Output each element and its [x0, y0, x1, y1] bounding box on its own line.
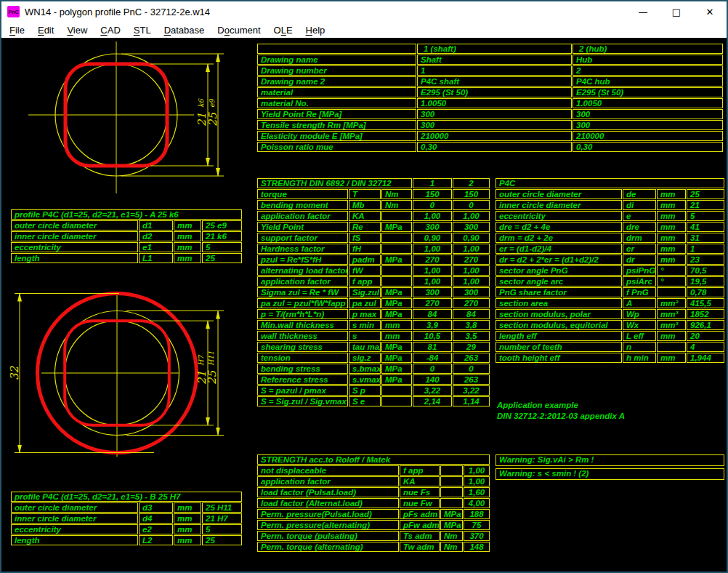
cell-symbol: pFw adm	[400, 520, 440, 530]
cell-value: 1852	[687, 309, 724, 319]
cell-label: alternating load factor	[257, 265, 348, 276]
menu-cad[interactable]: CAD	[94, 23, 126, 37]
cell-symbol: e1	[139, 242, 173, 252]
cell-value: 5	[202, 524, 242, 534]
menu-ole[interactable]: OLE	[267, 23, 299, 37]
cell-unit: mm	[174, 524, 201, 534]
cell-label: drm = d2 + 2e	[496, 233, 622, 243]
dim-tol-outer: H11	[207, 351, 215, 366]
cell-symbol: e	[623, 211, 656, 221]
menu-stl[interactable]: STL	[127, 23, 158, 37]
cell-symbol: sig.z	[349, 353, 381, 363]
cell-value-shaft: 210000	[417, 131, 572, 141]
application-example-line2: DIN 32712-2:2012-03 appendix A	[497, 411, 625, 422]
menu-file[interactable]: File	[3, 23, 31, 37]
cell-label: eccentricity	[496, 211, 622, 221]
cell-symbol: padm	[349, 255, 381, 265]
cell-value: 1	[687, 244, 724, 254]
cell-symbol: Sig.zul	[349, 287, 381, 297]
cell-value: 1,00	[464, 476, 490, 486]
cell-label: bending moment	[257, 200, 348, 210]
cell-value-hub: 210000	[573, 131, 723, 141]
cell-value: 926,1	[687, 320, 724, 330]
cell-value-shaft: 0,30	[417, 142, 572, 152]
cell-label: length eff	[496, 331, 622, 341]
warning-message-2: Warning: s < smin ! (2)	[496, 468, 724, 480]
cell-label: eccentricity	[11, 524, 138, 534]
cell-unit	[381, 265, 412, 276]
cell-unit: MPa	[381, 287, 412, 297]
cell-value-hub: 1,00	[453, 265, 490, 276]
cell-label: section modulus, equitorial	[496, 320, 622, 330]
cell-symbol: de	[623, 189, 656, 199]
application-example-line1: Application example	[497, 400, 625, 411]
cell-symbol: n	[623, 342, 656, 352]
cell-value-shaft: 3,9	[413, 320, 452, 330]
cell-unit: MPa	[440, 520, 463, 530]
minimize-button[interactable]: —	[626, 1, 660, 22]
cell-symbol: KA	[349, 211, 381, 221]
dim-tol-outer: e9	[208, 98, 216, 108]
cell-unit	[440, 476, 463, 486]
cell-value-hub: 1,00	[453, 211, 490, 221]
cell-symbol: Re	[349, 222, 381, 232]
cell-label: Yield Point	[257, 222, 348, 232]
cell-value-shaft: 3,22	[413, 385, 452, 396]
cell-label: application factor	[257, 476, 399, 486]
cell-symbol: Wp	[623, 309, 656, 319]
cell-unit: mm	[381, 320, 412, 330]
cell-value: 5	[687, 211, 724, 221]
cell-label: application factor	[257, 211, 348, 221]
column-header-2: 2	[453, 178, 490, 188]
cell-label: length	[11, 535, 138, 545]
dim-tol-inner: H7	[197, 354, 205, 366]
cell-unit	[381, 233, 412, 243]
menu-document[interactable]: Document	[211, 23, 267, 37]
roloff-table: STRENGTH acc.to Roloff / Matek not displ…	[257, 454, 490, 552]
cell-label: tooth height eff	[496, 353, 622, 363]
cell-value-shaft: 0,90	[413, 233, 452, 243]
app-icon: PnC	[7, 6, 20, 17]
cell-label: Poisson ratio mue	[257, 142, 416, 152]
cell-value-shaft: 270	[413, 298, 452, 308]
cell-value-shaft: 81	[413, 342, 452, 352]
cell-label: tension	[257, 353, 348, 363]
cell-symbol: dr	[623, 255, 656, 265]
close-button[interactable]: ✕	[693, 1, 727, 22]
menu-view[interactable]: View	[60, 23, 94, 37]
window-title: WN14 - polygon profile PnC - 32712-2e.w1…	[25, 7, 210, 17]
maximize-button[interactable]: □	[660, 1, 693, 22]
workspace: 21 k6 25 e9 profile P4C (d1=25, d2=21, e…	[1, 38, 727, 572]
cell-symbol: nue Fs	[400, 487, 440, 497]
cell-label: support factor	[257, 233, 348, 243]
materials-table: 1 (shaft) 2 (hub) Drawing name Shaft Hub…	[257, 44, 723, 152]
warnings-panel: Warning: Sig.vAi > Rm ! Warning: s < smi…	[496, 454, 724, 482]
cell-symbol: Mb	[349, 200, 381, 210]
cell-symbol: A	[623, 298, 656, 308]
cell-unit: MPa	[440, 509, 463, 519]
menu-help[interactable]: Help	[299, 23, 332, 37]
cell-symbol: di	[623, 200, 656, 210]
cell-value-hub: 3,8	[453, 320, 490, 330]
cell-value: 5	[202, 242, 242, 252]
cell-value-hub: 0	[453, 200, 490, 210]
cell-value-hub: 150	[453, 189, 490, 199]
cell-value-hub: 84	[453, 309, 490, 319]
cell-unit: mm³	[657, 309, 686, 319]
cell-unit	[440, 498, 463, 508]
cell-unit: mm	[657, 233, 686, 243]
menu-database[interactable]: Database	[158, 23, 211, 37]
cell-symbol: fW	[349, 265, 381, 276]
cell-value-hub: 300	[453, 222, 490, 232]
cell-label: Reference stress	[257, 374, 348, 385]
cell-label: load factor (Pulsat.load)	[257, 487, 399, 497]
cell-unit: mm	[174, 502, 201, 513]
table-title: P4C	[496, 178, 724, 188]
cell-symbol: drm	[623, 233, 656, 243]
column-header-hub: 2 (hub)	[573, 44, 723, 54]
cell-symbol: s min	[349, 320, 381, 330]
dim-label-outer: 25	[206, 369, 219, 385]
cell-symbol: fS	[349, 233, 381, 243]
menu-edit[interactable]: Edit	[31, 23, 60, 37]
application-example-note: Application example DIN 32712-2:2012-03 …	[497, 400, 625, 422]
